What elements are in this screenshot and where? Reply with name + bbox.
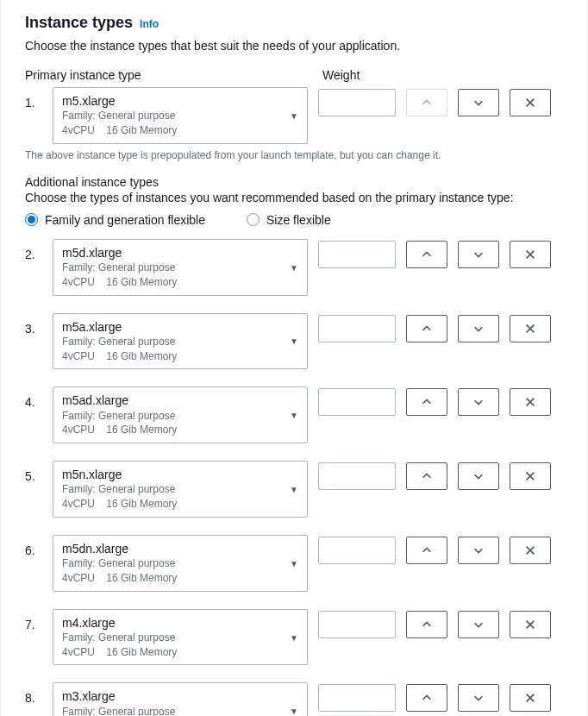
remove-button[interactable] bbox=[510, 462, 551, 490]
weight-input[interactable] bbox=[318, 241, 396, 268]
weight-input[interactable] bbox=[318, 388, 396, 416]
remove-button[interactable] bbox=[510, 89, 551, 116]
instance-name: m5n.xlarge bbox=[62, 467, 283, 482]
primary-column-label: Primary instance type bbox=[25, 68, 322, 82]
instance-family: Family: General purpose bbox=[62, 556, 283, 571]
chevron-up-icon bbox=[421, 470, 433, 482]
close-icon bbox=[524, 470, 536, 482]
instance-family: Family: General purpose bbox=[62, 482, 283, 497]
chevron-up-icon bbox=[421, 692, 433, 704]
instance-vcpu: 4vCPU bbox=[62, 645, 103, 660]
remove-button[interactable] bbox=[510, 611, 551, 638]
instance-name: m4.xlarge bbox=[62, 615, 283, 631]
remove-button[interactable] bbox=[510, 684, 551, 712]
move-up-button[interactable] bbox=[406, 611, 447, 638]
move-down-button[interactable] bbox=[458, 89, 499, 116]
move-up-button[interactable] bbox=[406, 315, 447, 342]
radio-icon bbox=[25, 213, 38, 226]
instance-memory: 16 Gib Memory bbox=[106, 498, 177, 510]
instance-family: Family: General purpose bbox=[62, 631, 283, 645]
weight-input[interactable] bbox=[318, 89, 396, 116]
move-down-button[interactable] bbox=[458, 462, 499, 490]
instance-memory: 16 Gib Memory bbox=[106, 350, 177, 362]
instance-vcpu: 4vCPU bbox=[62, 571, 103, 586]
instance-vcpu: 4vCPU bbox=[62, 497, 103, 512]
instance-specs: 4vCPU 16 Gib Memory bbox=[62, 123, 283, 138]
info-link[interactable]: Info bbox=[140, 18, 159, 30]
instance-family: Family: General purpose bbox=[62, 705, 283, 716]
additional-rows: 2. m5d.xlarge Family: General purpose 4v… bbox=[25, 239, 563, 716]
weight-input[interactable] bbox=[318, 462, 396, 490]
instance-name: m5.xlarge bbox=[62, 93, 283, 109]
weight-input[interactable] bbox=[318, 611, 396, 638]
move-down-button[interactable] bbox=[458, 241, 499, 268]
weight-input[interactable] bbox=[318, 315, 396, 342]
remove-button[interactable] bbox=[510, 388, 551, 416]
chevron-up-icon bbox=[421, 97, 433, 109]
additional-description: Choose the types of instances you want r… bbox=[25, 191, 563, 204]
move-down-button[interactable] bbox=[458, 388, 499, 416]
chevron-down-icon bbox=[472, 323, 485, 335]
weight-column-label: Weight bbox=[322, 68, 360, 82]
chevron-down-icon: ▼ bbox=[290, 262, 298, 272]
chevron-down-icon bbox=[472, 619, 485, 631]
prepopulated-hint: The above instance type is prepopulated … bbox=[25, 149, 563, 161]
instance-specs: 4vCPU 16 Gib Memory bbox=[62, 349, 283, 364]
move-down-button[interactable] bbox=[458, 537, 499, 564]
move-up-button[interactable] bbox=[406, 241, 447, 268]
close-icon bbox=[524, 692, 536, 704]
instance-row: 6. m5dn.xlarge Family: General purpose 4… bbox=[25, 535, 563, 592]
radio-label: Family and generation flexible bbox=[45, 213, 205, 227]
remove-button[interactable] bbox=[510, 537, 551, 564]
instance-family: Family: General purpose bbox=[62, 335, 283, 349]
close-icon bbox=[524, 323, 536, 335]
move-up-button[interactable] bbox=[406, 388, 447, 416]
instance-selector[interactable]: m5dn.xlarge Family: General purpose 4vCP… bbox=[53, 535, 308, 592]
move-down-button[interactable] bbox=[458, 611, 499, 638]
row-number: 5. bbox=[25, 461, 42, 483]
instance-selector[interactable]: m3.xlarge Family: General purpose 4vCPU … bbox=[53, 682, 308, 716]
weight-input[interactable] bbox=[318, 537, 396, 564]
instance-selector[interactable]: m5ad.xlarge Family: General purpose 4vCP… bbox=[53, 386, 308, 443]
move-up-button[interactable] bbox=[406, 89, 447, 116]
remove-button[interactable] bbox=[510, 315, 551, 342]
instance-memory: 16 Gib Memory bbox=[106, 572, 177, 584]
instance-name: m5a.xlarge bbox=[62, 319, 283, 335]
close-icon bbox=[524, 396, 536, 408]
instance-selector[interactable]: m4.xlarge Family: General purpose 4vCPU … bbox=[53, 609, 308, 666]
move-down-button[interactable] bbox=[458, 315, 499, 342]
instance-memory: 16 Gib Memory bbox=[106, 276, 177, 288]
instance-selector[interactable]: m5n.xlarge Family: General purpose 4vCPU… bbox=[53, 461, 308, 518]
chevron-down-icon bbox=[472, 396, 485, 408]
radio-family-flexible[interactable]: Family and generation flexible bbox=[25, 213, 205, 227]
column-headers: Primary instance type Weight bbox=[25, 68, 563, 82]
move-down-button[interactable] bbox=[458, 684, 499, 712]
remove-button[interactable] bbox=[510, 241, 551, 268]
row-number: 6. bbox=[25, 535, 42, 557]
instance-specs: 4vCPU 16 Gib Memory bbox=[62, 423, 283, 437]
instance-vcpu: 4vCPU bbox=[62, 423, 103, 437]
instance-specs: 4vCPU 16 Gib Memory bbox=[62, 497, 283, 512]
section-description: Choose the instance types that best suit… bbox=[25, 39, 563, 53]
move-up-button[interactable] bbox=[406, 684, 447, 712]
weight-input[interactable] bbox=[318, 684, 396, 712]
radio-icon bbox=[247, 213, 260, 226]
instance-selector[interactable]: m5a.xlarge Family: General purpose 4vCPU… bbox=[53, 313, 308, 370]
chevron-up-icon bbox=[421, 619, 433, 631]
radio-size-flexible[interactable]: Size flexible bbox=[247, 213, 331, 227]
instance-row: 7. m4.xlarge Family: General purpose 4vC… bbox=[25, 609, 563, 666]
row-number: 2. bbox=[25, 239, 42, 261]
instance-family: Family: General purpose bbox=[62, 409, 283, 424]
instance-row: 5. m5n.xlarge Family: General purpose 4v… bbox=[25, 461, 563, 518]
instance-vcpu: 4vCPU bbox=[62, 349, 103, 364]
instance-family: Family: General purpose bbox=[62, 261, 283, 275]
row-number: 7. bbox=[25, 609, 42, 631]
instance-selector[interactable]: m5d.xlarge Family: General purpose 4vCPU… bbox=[53, 239, 308, 296]
instance-selector[interactable]: m5.xlarge Family: General purpose 4vCPU … bbox=[53, 87, 308, 144]
move-up-button[interactable] bbox=[406, 537, 447, 564]
chevron-down-icon bbox=[472, 544, 485, 556]
close-icon bbox=[524, 248, 536, 261]
chevron-down-icon: ▼ bbox=[290, 707, 298, 716]
move-up-button[interactable] bbox=[406, 462, 447, 490]
chevron-down-icon bbox=[472, 248, 485, 261]
